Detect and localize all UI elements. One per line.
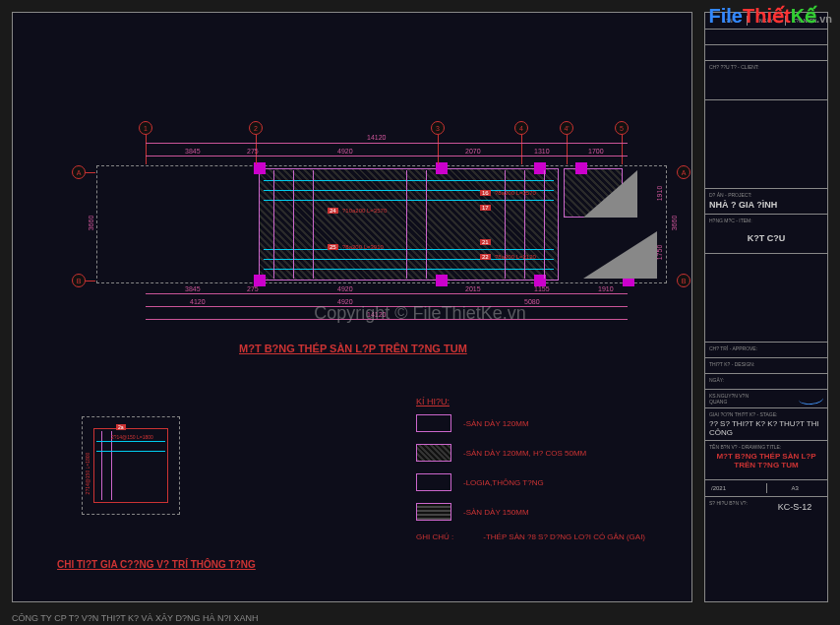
- tb-project: D? ÁN - PROJECT: NHÀ ? GIA ?ÌNH: [705, 189, 827, 215]
- rebar-line-v: [293, 170, 294, 279]
- tb-revision-row: [705, 30, 827, 45]
- rebar-line: [96, 451, 165, 452]
- legend-swatch: [416, 503, 451, 521]
- tb-date-size: /2021 A3: [705, 480, 827, 497]
- tb-value: KC-S-12: [766, 502, 823, 512]
- legend-row: -LOGIA,THÔNG T?NG: [416, 473, 682, 491]
- rebar-tag: 25: [328, 244, 338, 250]
- logo-part: .vn: [816, 13, 832, 25]
- rebar-line-v: [426, 170, 427, 279]
- tb-spacer: [705, 254, 827, 343]
- rebar-line-v: [524, 170, 525, 279]
- legend-text: -SÀN DÀY 150MM: [463, 508, 529, 517]
- tb-label: H?NG M?C - ITEM:: [709, 218, 823, 223]
- logo-part: File: [709, 5, 743, 27]
- rebar-callout: ?8a200 L=3910: [342, 244, 384, 250]
- dim-text: 14120: [367, 134, 386, 141]
- tb-label: S? HI?U B?N V?:: [709, 500, 766, 512]
- legend-text: -SÀN DÀY 120MM, H? COS 50MM: [463, 449, 586, 458]
- tb-approve: CH? TRÌ - APPROVE:: [705, 343, 827, 358]
- dim-text: 1155: [534, 285, 550, 292]
- grid-bubble: 5: [615, 121, 629, 135]
- rebar-callout: ?10a200 L=3570: [342, 208, 387, 214]
- legend-text: -SÀN DÀY 120MM: [463, 419, 529, 428]
- grid-bubble: 4: [514, 121, 528, 135]
- dim-text: 4120: [190, 298, 206, 305]
- rebar-line: [264, 180, 554, 181]
- legend-note: GHI CHÚ : -THÉP SÀN ?8 S? D?NG LO?I CÓ G…: [416, 532, 682, 541]
- legend-title: KÍ HI?U:: [416, 397, 682, 406]
- rebar-line: [264, 249, 554, 250]
- grid-stem: [622, 135, 623, 164]
- column-marker: [436, 275, 448, 286]
- void-shape: [583, 170, 637, 218]
- grid-bubble: 4': [560, 121, 573, 135]
- rebar-line: [264, 200, 554, 201]
- tb-signature: KS.NGUY?N V?N QUANG: [705, 390, 827, 408]
- rebar-line-v: [505, 170, 506, 279]
- note-label: GHI CHÚ :: [416, 532, 453, 541]
- dim-text: 3845: [185, 148, 201, 155]
- grid-bubble: 2: [249, 121, 263, 135]
- rebar-callout: 2?14@150 L=1800: [111, 434, 153, 440]
- dim-text: 1750: [656, 245, 663, 261]
- tb-label: CH? ??U T? - CLIENT:: [709, 64, 823, 70]
- tb-label: THI?T K? - DESIGN:: [709, 361, 823, 367]
- rebar-line-v: [273, 170, 274, 279]
- logo-part: Thiết: [743, 5, 791, 27]
- void-shape: [583, 231, 657, 279]
- dim-line: [146, 156, 628, 156]
- rebar-callout: ?8a200 L=3570: [495, 190, 536, 196]
- footer-text: CÔNG TY CP T? V?N THI?T K? VÀ XÂY D?NG H…: [12, 613, 258, 623]
- grid-bubble: 3: [431, 121, 445, 135]
- dim-text: 5080: [524, 298, 540, 305]
- rebar-line-v: [313, 170, 314, 279]
- tb-drawing-title: TÊN B?N V? - DRAWING TITLE: M?T B?NG THÉ…: [705, 441, 827, 480]
- dim-text: 3660: [88, 216, 94, 231]
- plan-title: M?T B?NG THÉP SÀN L?P TRÊN T?NG TUM: [239, 343, 467, 354]
- tb-label: GIAI ?O?N THI?T K? - STAGE:: [709, 411, 823, 417]
- tb-label: CH? TRÌ - APPROVE:: [709, 345, 823, 351]
- watermark-text: Copyright © FileThietKe.vn: [314, 302, 525, 323]
- legend-swatch: [416, 444, 451, 462]
- dim-text: 1310: [534, 148, 550, 155]
- dim-text: 4920: [337, 148, 353, 155]
- signature-icon: [798, 392, 823, 406]
- legend-text: -LOGIA,THÔNG T?NG: [463, 478, 544, 487]
- tb-label: D? ÁN - PROJECT:: [709, 192, 823, 198]
- dim-text: 2015: [465, 285, 481, 292]
- dim-text: 2070: [465, 148, 481, 155]
- grid-bubble: A: [72, 165, 86, 179]
- grid-bubble: B: [677, 274, 690, 287]
- rebar-tag: 2a: [116, 424, 126, 430]
- tb-value: K?T C?U: [709, 233, 823, 243]
- tb-value: NHÀ ? GIA ?ÌNH: [709, 200, 823, 210]
- rebar-line-v: [406, 170, 407, 279]
- dim-text: 1910: [656, 186, 663, 202]
- rebar-tag: 22: [480, 254, 491, 260]
- tb-ngay: /2021: [709, 483, 767, 493]
- tb-value: M?T B?NG THÉP SÀN L?P TRÊN T?NG TUM: [709, 452, 823, 469]
- dim-line: [146, 293, 628, 294]
- rebar-line: [96, 441, 165, 442]
- legend: KÍ HI?U: -SÀN DÀY 120MM -SÀN DÀY 120MM, …: [416, 397, 682, 541]
- rebar-tag: 16: [480, 190, 491, 196]
- legend-swatch: [416, 414, 451, 432]
- note-text: -THÉP SÀN ?8 S? D?NG LO?I CÓ GÂN (GAI): [483, 532, 645, 541]
- dim-text: 275: [247, 285, 259, 292]
- rebar-line: [264, 269, 554, 270]
- rebar-callout: ?8a200 L=2120: [495, 254, 536, 260]
- legend-row: -SÀN DÀY 150MM: [416, 503, 682, 521]
- tb-revision-row: [705, 45, 827, 61]
- tb-label: NGÀY:: [709, 377, 823, 383]
- rebar-callout: 2?14@150 L=1800: [85, 453, 90, 495]
- dim-line: [146, 143, 628, 144]
- legend-row: -SÀN DÀY 120MM: [416, 414, 682, 432]
- dim-text: 275: [247, 148, 259, 155]
- grid-stem: [438, 135, 439, 164]
- tb-stage: GIAI ?O?N THI?T K? - STAGE: ?? S? THI?T …: [705, 408, 827, 441]
- grid-stem: [86, 172, 95, 173]
- grid-stem: [521, 135, 522, 164]
- tb-design: THI?T K? - DESIGN:: [705, 358, 827, 374]
- dim-text: 1700: [588, 148, 604, 155]
